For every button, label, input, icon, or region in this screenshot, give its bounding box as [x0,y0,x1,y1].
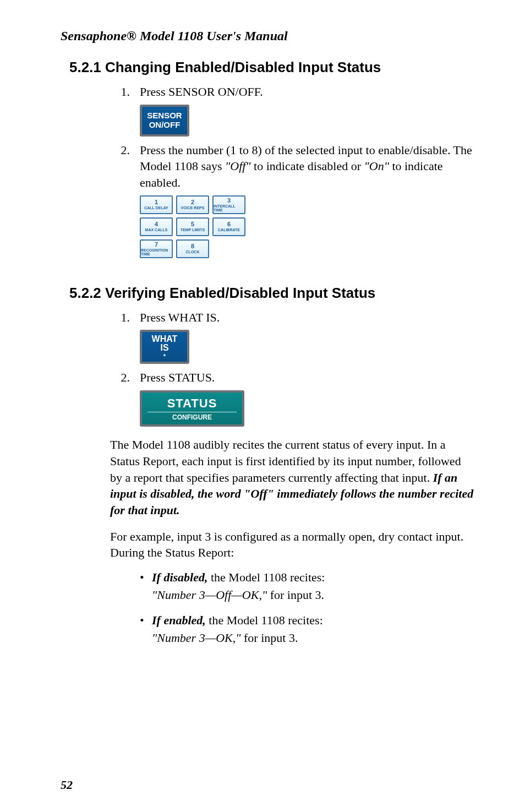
paragraph-example: For example, input 3 is configured as a … [110,528,475,561]
sensor-label-line2: ON/OFF [149,121,181,130]
whatis-button: WHAT IS * [140,330,189,364]
page-number: 52 [61,778,73,792]
keypad-key-5: 5TEMP LIMITS [176,217,209,236]
step-number: 1. [110,84,140,100]
step-521-2: 2. Press the number (1 to 8) of the sele… [110,142,475,191]
keypad-key-3: 3INTERCALL TIME [212,195,245,214]
keypad-key-7: 7RECOGNITION TIME [140,239,173,258]
keypad-key-label: INTERCALL TIME [214,204,244,212]
keypad-graphic: 1CALL DELAY2VOICE REPS3INTERCALL TIME4MA… [140,195,475,258]
keypad-key-label: CLOCK [186,250,200,254]
keypad-key-label: TEMP LIMITS [181,228,205,232]
step-text: Press SENSOR ON/OFF. [140,84,475,100]
keypad-key-number: 2 [191,199,194,205]
keypad-key-6: 6CALIBRATE [212,217,245,236]
running-header: Sensaphone® Model 1108 User's Manual [61,29,475,43]
keypad-key-8: 8CLOCK [176,239,209,258]
keypad-key-2: 2VOICE REPS [176,195,209,214]
keypad-key-number: 7 [155,242,158,248]
whatis-button-graphic: WHAT IS * [140,330,475,364]
whatis-label-line2: IS [160,344,168,352]
status-button-graphic: STATUS CONFIGURE [140,390,475,427]
heading-521: 5.2.1 Changing Enabled/Disabled Input St… [69,59,475,76]
keypad-key-label: RECOGNITION TIME [141,248,172,256]
keypad-key-label: VOICE REPS [181,206,205,210]
keypad-key-label: CALL DELAY [144,206,168,210]
status-button: STATUS CONFIGURE [140,390,244,427]
sensor-label-line1: SENSOR [147,111,182,121]
status-label-main: STATUS [147,396,237,412]
step-522-1: 1. Press WHAT IS. [110,309,475,326]
step-text: Press WHAT IS. [140,309,475,326]
step-number: 2. [110,369,140,386]
heading-522: 5.2.2 Verifying Enabled/Disabled Input S… [69,285,475,302]
step-521-1: 1. Press SENSOR ON/OFF. [110,84,475,100]
sensor-onoff-button-graphic: SENSOR ON/OFF [140,105,475,137]
bullet-icon: • [140,612,152,647]
star-icon: * [163,353,166,359]
paragraph-status-explain: The Model 1108 audibly recites the curre… [110,437,475,518]
status-label-sub: CONFIGURE [172,413,212,421]
keypad-key-label: MAX CALLS [145,228,168,232]
step-522-2: 2. Press STATUS. [110,369,475,386]
bullet-disabled: • If disabled, the Model 1108 recites: "… [140,569,475,604]
keypad-key-number: 5 [191,221,194,227]
keypad-key-number: 1 [155,199,158,205]
step-text: Press STATUS. [140,369,475,386]
bullet-icon: • [140,569,152,604]
step-text: Press the number (1 to 8) of the selecte… [140,142,475,191]
keypad-key-number: 8 [191,243,194,249]
keypad-key-label: CALIBRATE [218,228,240,232]
step-number: 2. [110,142,140,191]
bullet-enabled: • If enabled, the Model 1108 recites: "N… [140,612,475,647]
sensor-onoff-button: SENSOR ON/OFF [140,105,189,137]
keypad-key-number: 4 [155,221,158,227]
step-number: 1. [110,309,140,326]
keypad-key-number: 6 [227,221,231,227]
keypad-key-number: 3 [227,198,231,204]
keypad-key-1: 1CALL DELAY [140,195,173,214]
keypad-key-4: 4MAX CALLS [140,217,173,236]
whatis-label-line1: WHAT [152,335,178,344]
